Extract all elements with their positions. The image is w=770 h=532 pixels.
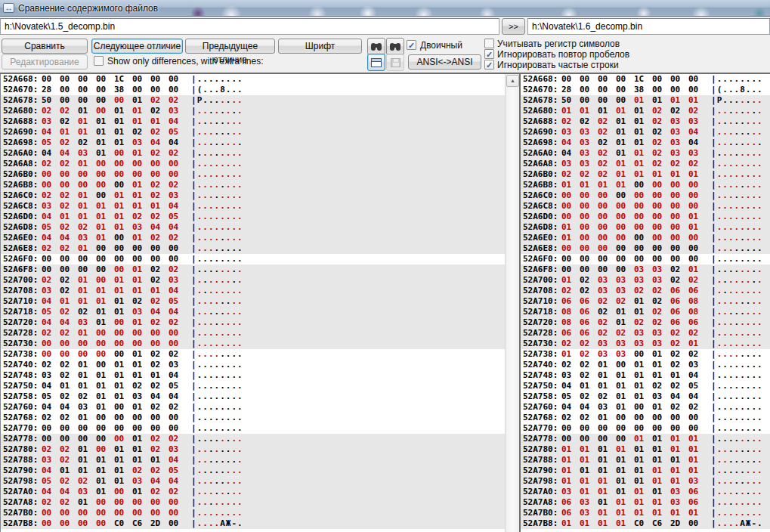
hex-row[interactable]: 52A770:0000000000000000|........ — [521, 423, 770, 434]
ignore-repeated-spaces-checkbox[interactable]: ✓ — [484, 49, 494, 59]
hex-row[interactable]: 52A688:0202020101020303|........ — [521, 116, 770, 127]
next-difference-button[interactable]: Следующее отличие — [91, 39, 183, 54]
hex-row[interactable]: 52A780:0101010101010101|........ — [521, 444, 770, 455]
hex-row[interactable]: 52A6E8:0202010000000000|........ — [1, 243, 505, 254]
hex-row[interactable]: 52A668:000000001C000000|........ — [521, 74, 770, 85]
match-case-checkbox[interactable] — [484, 39, 494, 48]
hex-row[interactable]: 52A748:0302010101010104|........ — [1, 370, 505, 381]
hex-row[interactable]: 52A6F0:0000000000000000|........ — [521, 254, 770, 264]
hex-row[interactable]: 52A780:0202010001010203|........ — [1, 444, 505, 455]
hex-row[interactable]: 52A6A0:0403020101020303|........ — [521, 148, 770, 159]
hex-row[interactable]: 52A700:0202010001010203|........ — [1, 275, 505, 286]
hex-row[interactable]: 52A740:0202010001010203|........ — [521, 360, 770, 370]
hex-row[interactable]: 52A6E8:0000000000000000|........ — [521, 243, 770, 254]
hex-row[interactable]: 52A6D8:0100000000000001|........ — [521, 222, 770, 233]
hex-row[interactable]: 52A710:0606020201020608|........ — [521, 296, 770, 307]
hex-row[interactable]: 52A760:0404030100010202|........ — [1, 402, 505, 413]
hex-row[interactable]: 52A778:0000000000010202|........ — [1, 434, 505, 444]
hex-row[interactable]: 52A708:0302010101010104|........ — [1, 286, 505, 296]
hex-row[interactable]: 52A718:0502020101030404|........ — [1, 307, 505, 317]
hex-row[interactable]: 52A6A8:0202010000000000|........ — [1, 159, 505, 169]
hex-row[interactable]: 52A6F0:0000000000000000|........ — [1, 254, 505, 264]
hex-row[interactable]: 52A750:0401010101020205|........ — [521, 381, 770, 391]
scrollbar-track[interactable] — [507, 88, 518, 532]
left-file-path-input[interactable]: h:\Novatek\1.5_decomp.bin — [0, 18, 499, 35]
hex-row[interactable]: 52A6C8:0000000000000000|........ — [521, 201, 770, 212]
hex-row[interactable]: 52A698:0502020101030404|........ — [1, 138, 505, 148]
hex-row[interactable]: 52A678:5000000001010101|P....... — [521, 95, 770, 106]
hex-row[interactable]: 52A6E0:0100000000000000|........ — [521, 233, 770, 243]
hex-row[interactable]: 52A680:0202010001010203|........ — [1, 106, 505, 116]
hex-row[interactable]: 52A6D0:0401010101020205|........ — [1, 212, 505, 222]
hex-row[interactable]: 52A6D0:0000000000000001|........ — [521, 212, 770, 222]
hex-row[interactable]: 52A7A0:0404030100010202|........ — [1, 487, 505, 497]
right-file-path-input[interactable]: h:\Novatek\1.6_decomp.bin — [527, 18, 770, 35]
hex-row[interactable]: 52A680:0101010101020202|........ — [521, 106, 770, 116]
binary-checkbox[interactable]: ✓ — [407, 40, 416, 50]
hex-row[interactable]: 52A6B8:0000000000010202|........ — [1, 180, 505, 190]
hex-row[interactable]: 52A738:0102030300010202|........ — [521, 349, 770, 360]
hex-row[interactable]: 52A748:0302010101010104|........ — [521, 370, 770, 381]
hex-row[interactable]: 52A7B8:00000000C0C62D00|....АЖ-. — [1, 518, 505, 529]
hex-row[interactable]: 52A6C0:0202010001010203|........ — [1, 190, 505, 201]
ignore-frequent-lines-checkbox[interactable]: ✓ — [484, 60, 494, 70]
show-only-differences-checkbox[interactable] — [94, 56, 104, 66]
hex-row[interactable]: 52A728:0606020203030202|........ — [521, 328, 770, 339]
scroll-up-arrow-icon[interactable]: ▲ — [506, 75, 519, 87]
hex-row[interactable]: 52A6B0:0000000000000000|........ — [1, 169, 505, 180]
hex-row[interactable]: 52A798:0101010101010103|........ — [521, 476, 770, 487]
hex-row[interactable]: 52A728:0202010000000000|........ — [1, 328, 505, 339]
hex-row[interactable]: 52A6C0:0000000000000000|........ — [521, 190, 770, 201]
hex-row[interactable]: 52A788:0302010101010104|........ — [1, 455, 505, 466]
hex-row[interactable]: 52A6A8:0303020101020202|........ — [521, 159, 770, 169]
search-button[interactable] — [367, 38, 385, 55]
hex-row[interactable]: 52A760:0404030100010202|........ — [521, 402, 770, 413]
font-button[interactable]: Шрифт — [278, 39, 362, 54]
hex-row[interactable]: 52A700:0102030303030202|........ — [521, 275, 770, 286]
left-panel-scrollbar[interactable]: ▲ — [505, 74, 519, 532]
hex-row[interactable]: 52A708:0202030302020606|........ — [521, 286, 770, 296]
hex-row[interactable]: 52A7B0:0000000000000000|........ — [1, 508, 505, 518]
hex-row[interactable]: 52A790:0101010101010101|........ — [521, 466, 770, 476]
hex-row[interactable]: 52A768:0202010000000000|........ — [1, 413, 505, 423]
hex-row[interactable]: 52A6E0:0404030100010202|........ — [1, 233, 505, 243]
hex-row[interactable]: 52A7B0:0603010101010101|........ — [521, 508, 770, 518]
hex-row[interactable]: 52A720:0404030100010202|........ — [1, 317, 505, 328]
hex-row[interactable]: 52A6C8:0302010101010104|........ — [1, 201, 505, 212]
hex-row[interactable]: 52A670:2800000038000000|(...8... — [1, 85, 505, 95]
hex-panel-left[interactable]: 52A668:000000001C000000|........52A670:2… — [0, 74, 505, 532]
hex-row[interactable]: 52A778:0000000001010101|........ — [521, 434, 770, 444]
hex-row[interactable]: 52A710:0401010101020205|........ — [1, 296, 505, 307]
hex-row[interactable]: 52A720:0806020102020606|........ — [521, 317, 770, 328]
hex-row[interactable]: 52A698:0403020101020304|........ — [521, 138, 770, 148]
hex-row[interactable]: 52A6F8:0000000000010202|........ — [1, 264, 505, 275]
hex-row[interactable]: 52A738:0000000000010202|........ — [1, 349, 505, 360]
swap-files-button[interactable]: >> — [502, 18, 525, 35]
hex-row[interactable]: 52A7A8:0603010101010306|........ — [521, 497, 770, 508]
hex-row[interactable]: 52A750:0401010101020205|........ — [1, 381, 505, 391]
hex-row[interactable]: 52A770:0000000000000000|........ — [1, 423, 505, 434]
hex-row[interactable]: 52A798:0502020101030404|........ — [1, 476, 505, 487]
search-options-button[interactable]: ··· — [386, 38, 404, 55]
hex-row[interactable]: 52A6F8:0000000003030201|........ — [521, 264, 770, 275]
hex-row[interactable]: 52A678:5000000000010202|P....... — [1, 95, 505, 106]
hex-row[interactable]: 52A730:0000000000000000|........ — [1, 339, 505, 349]
hex-row[interactable]: 52A690:0303020101020304|........ — [521, 127, 770, 138]
split-view-button[interactable] — [367, 54, 385, 71]
previous-difference-button[interactable]: Предыдущее отличие — [185, 39, 275, 54]
hex-row[interactable]: 52A688:0302010101010104|........ — [1, 116, 505, 127]
hex-row[interactable]: 52A718:0806020101020608|........ — [521, 307, 770, 317]
hex-row[interactable]: 52A758:0502020101030404|........ — [521, 391, 770, 402]
hex-row[interactable]: 52A790:0401010101020205|........ — [1, 466, 505, 476]
hex-row[interactable]: 52A6D8:0502020101030404|........ — [1, 222, 505, 233]
hex-row[interactable]: 52A670:2800000038000000|(...8... — [521, 85, 770, 95]
hex-row[interactable]: 52A6A0:0404030100010202|........ — [1, 148, 505, 159]
hex-row[interactable]: 52A740:0202010001010203|........ — [1, 360, 505, 370]
hex-row[interactable]: 52A758:0502020101030404|........ — [1, 391, 505, 402]
hex-row[interactable]: 52A7A0:0301010101010306|........ — [521, 487, 770, 497]
ansi-conversion-button[interactable]: ANSI<->ANSI — [408, 54, 481, 70]
hex-row[interactable]: 52A6B0:0202020101010101|........ — [521, 169, 770, 180]
hex-row[interactable]: 52A730:0202030303030201|........ — [521, 339, 770, 349]
hex-row[interactable]: 52A668:000000001C000000|........ — [1, 74, 505, 85]
hex-row[interactable]: 52A768:0202010000000000|........ — [521, 413, 770, 423]
